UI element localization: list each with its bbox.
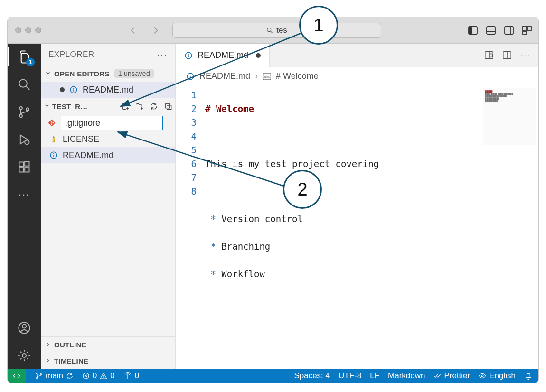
formatter-status[interactable]: Prettier (433, 371, 470, 381)
warning-icon (100, 372, 107, 380)
check-all-icon (433, 372, 441, 380)
activity-explorer[interactable]: 1 (17, 49, 32, 65)
info-icon (184, 51, 193, 60)
svg-point-33 (188, 53, 189, 54)
ports-status[interactable]: 0 (123, 371, 139, 381)
line-gutter: 1 2 3 4 5 6 7 8 (176, 85, 203, 369)
svg-rect-7 (523, 27, 527, 30)
warning-count: 0 (110, 371, 114, 381)
open-preview-button[interactable] (484, 50, 494, 61)
license-icon (49, 135, 58, 143)
toggle-panel-icon[interactable] (485, 25, 497, 36)
indent-status[interactable]: Spaces: 4 (294, 371, 330, 381)
svg-point-0 (267, 28, 271, 31)
svg-point-21 (22, 354, 26, 357)
editor-tab[interactable]: README.md (176, 44, 270, 67)
problems-status[interactable]: 0 0 (82, 371, 115, 381)
svg-rect-3 (487, 27, 495, 34)
remote-indicator[interactable] (8, 369, 26, 383)
outline-header[interactable]: OUTLINE (41, 336, 175, 353)
svg-rect-8 (527, 27, 531, 30)
ports-count: 0 (135, 371, 139, 381)
error-count: 0 (93, 371, 97, 381)
chevron-right-icon: › (255, 71, 258, 81)
explorer-badge: 1 (26, 58, 35, 66)
sidebar-more-button[interactable]: ··· (157, 49, 168, 60)
folder-header[interactable]: TEST_R… (41, 98, 175, 115)
collapse-all-button[interactable] (164, 102, 172, 111)
debug-icon (18, 133, 31, 146)
svg-point-46 (37, 377, 38, 379)
annotation-callout-1: 1 (299, 6, 338, 45)
editor-more-button[interactable]: ··· (520, 50, 531, 61)
open-editor-item[interactable]: README.md (41, 82, 175, 98)
svg-rect-24 (73, 89, 74, 92)
activity-settings[interactable] (17, 348, 32, 363)
file-name: README.md (63, 150, 113, 160)
svg-rect-31 (53, 155, 54, 157)
sidebar-title: EXPLORER (48, 50, 94, 59)
nav-forward-button[interactable] (151, 25, 161, 36)
minimize-window[interactable] (25, 27, 31, 33)
toggle-primary-sidebar-icon[interactable] (467, 25, 479, 36)
command-center-search[interactable]: tes (172, 23, 381, 38)
open-editor-name: README.md (83, 85, 133, 95)
refresh-button[interactable] (150, 102, 158, 111)
modified-indicator-icon (60, 87, 65, 92)
open-editors-header[interactable]: OPEN EDITORS 1 unsaved (41, 65, 175, 82)
activity-search[interactable] (17, 77, 32, 92)
zoom-window[interactable] (35, 27, 41, 33)
activity-accounts[interactable] (17, 320, 32, 336)
activity-extensions[interactable] (17, 159, 32, 175)
activity-more[interactable]: ··· (17, 187, 32, 202)
svg-rect-34 (188, 55, 189, 57)
svg-rect-16 (19, 168, 24, 172)
notifications-button[interactable] (524, 372, 533, 380)
symbol-string-icon: abc (263, 73, 271, 80)
branch-status[interactable]: main (35, 371, 74, 381)
new-file-input[interactable] (61, 116, 163, 130)
timeline-header[interactable]: TIMELINE (41, 353, 175, 369)
svg-point-41 (190, 74, 191, 75)
svg-point-47 (40, 373, 42, 375)
svg-text:abc: abc (264, 75, 270, 79)
breadcrumb[interactable]: README.md › abc # Welcome (176, 67, 538, 85)
info-icon (186, 72, 195, 81)
close-window[interactable] (15, 27, 21, 33)
svg-rect-42 (190, 76, 191, 78)
status-bar: main 0 0 0 Spaces: 4 UTF-8 LF Markdown P… (8, 369, 538, 383)
account-icon (18, 321, 31, 335)
activity-bar: 1 ··· (8, 44, 41, 369)
extensions-icon (18, 160, 31, 174)
svg-rect-9 (523, 31, 527, 34)
branch-icon (35, 372, 43, 380)
svg-point-11 (19, 107, 22, 110)
eol-status[interactable]: LF (370, 371, 379, 381)
svg-point-50 (104, 377, 104, 378)
new-folder-button[interactable] (135, 102, 144, 111)
encoding-status[interactable]: UTF-8 (339, 371, 361, 381)
open-editors-section: OPEN EDITORS 1 unsaved README.md (41, 65, 175, 98)
layout-controls (467, 25, 533, 36)
annotation-callout-2: 2 (283, 170, 322, 209)
gear-icon (18, 349, 31, 362)
customize-layout-icon[interactable] (521, 25, 533, 36)
split-editor-button[interactable] (502, 50, 512, 61)
spell-status[interactable]: English (479, 371, 516, 381)
activity-run-debug[interactable] (17, 132, 32, 147)
toggle-secondary-sidebar-icon[interactable] (503, 25, 515, 36)
minimap[interactable]: █ ████ ████ ██ ██ ████ ███████ █ ███████… (483, 88, 536, 145)
file-row[interactable]: LICENSE (41, 131, 175, 147)
search-icon (266, 27, 273, 34)
chevron-right-icon (45, 341, 51, 348)
activity-source-control[interactable] (17, 104, 32, 120)
svg-point-52 (481, 375, 483, 377)
nav-back-button[interactable] (128, 25, 138, 36)
new-file-button[interactable] (121, 102, 130, 111)
code-editor[interactable]: 1 2 3 4 5 6 7 8 # Welcome This is my tes… (176, 85, 538, 369)
file-row[interactable]: README.md (41, 147, 175, 163)
language-status[interactable]: Markdown (388, 371, 425, 381)
svg-point-30 (53, 153, 54, 154)
svg-rect-5 (505, 27, 513, 34)
svg-rect-2 (469, 27, 472, 34)
